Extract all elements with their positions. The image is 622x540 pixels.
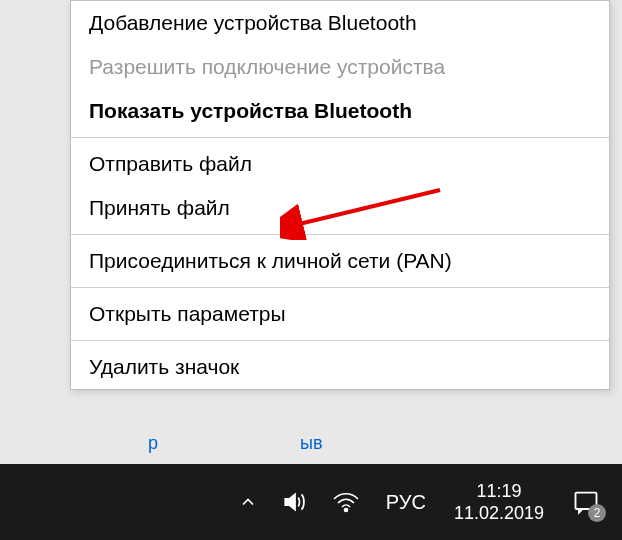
menu-item-send-file[interactable]: Отправить файл (71, 142, 609, 186)
tray-language-button[interactable]: РУС (372, 464, 440, 540)
menu-item-show-devices[interactable]: Показать устройства Bluetooth (71, 89, 609, 133)
bluetooth-context-menu: Добавление устройства Bluetooth Разрешит… (70, 0, 610, 390)
menu-item-label: Показать устройства Bluetooth (89, 99, 412, 122)
tray-notifications-button[interactable]: 2 (558, 464, 614, 540)
clock-date: 11.02.2019 (454, 502, 544, 525)
menu-separator (71, 137, 609, 138)
menu-item-receive-file[interactable]: Принять файл (71, 186, 609, 230)
menu-separator (71, 234, 609, 235)
svg-point-5 (344, 509, 347, 512)
wifi-icon (332, 490, 360, 514)
menu-item-label: Отправить файл (89, 152, 252, 175)
tray-network-button[interactable] (320, 464, 372, 540)
tray-volume-button[interactable] (270, 464, 320, 540)
menu-separator (71, 287, 609, 288)
speaker-icon (282, 489, 308, 515)
menu-item-label: Присоединиться к личной сети (PAN) (89, 249, 452, 272)
clock-time: 11:19 (454, 480, 544, 503)
menu-item-label: Принять файл (89, 196, 230, 219)
tray-clock-button[interactable]: 11:19 11.02.2019 (440, 464, 558, 540)
tray-show-hidden-button[interactable] (226, 464, 270, 540)
menu-item-label: Добавление устройства Bluetooth (89, 11, 417, 34)
background-fragment: р ыв (70, 433, 610, 463)
menu-item-label: Разрешить подключение устройства (89, 55, 445, 78)
menu-item-label: Удалить значок (89, 355, 239, 378)
menu-item-label: Открыть параметры (89, 302, 286, 325)
menu-item-allow-connect: Разрешить подключение устройства (71, 45, 609, 89)
menu-separator (71, 340, 609, 341)
menu-item-add-device[interactable]: Добавление устройства Bluetooth (71, 1, 609, 45)
menu-item-open-settings[interactable]: Открыть параметры (71, 292, 609, 336)
menu-item-join-pan[interactable]: Присоединиться к личной сети (PAN) (71, 239, 609, 283)
svg-marker-4 (285, 494, 295, 509)
language-label: РУС (386, 491, 426, 514)
chevron-up-icon (238, 492, 258, 512)
text-fragment: р (148, 433, 158, 454)
taskbar: РУС 11:19 11.02.2019 2 (0, 464, 622, 540)
menu-item-remove-icon[interactable]: Удалить значок (71, 345, 609, 389)
notification-badge: 2 (588, 504, 606, 522)
text-fragment: ыв (300, 433, 323, 454)
